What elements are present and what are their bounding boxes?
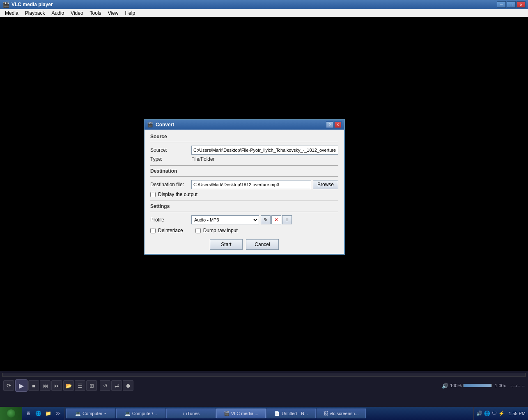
menubar: Media Playback Audio Video Tools View He…	[0, 9, 528, 17]
deinterlace-row: Deinterlace	[150, 228, 183, 233]
stop-button[interactable]: ■	[28, 380, 39, 391]
browse-button[interactable]: Browse	[313, 180, 338, 189]
source-section-title: Source	[150, 134, 338, 139]
taskbar-item-computer2[interactable]: 💻 Computer\...	[116, 409, 165, 418]
taskbar-item-itunes[interactable]: ♪ iTunes	[166, 409, 216, 418]
tray-icon-4: ⚡	[498, 411, 505, 416]
menu-view[interactable]: View	[105, 9, 122, 17]
play-button[interactable]: ▶	[15, 379, 28, 392]
profile-row: Profile Audio - MP3 Audio - FLAC Audio -…	[150, 215, 338, 224]
profile-label: Profile	[150, 217, 191, 223]
minimize-button[interactable]: ─	[497, 1, 506, 8]
dump-raw-row: Dump raw input	[195, 228, 238, 233]
start-button[interactable]	[0, 407, 22, 420]
profile-select[interactable]: Audio - MP3 Audio - FLAC Audio - OGG Vid…	[191, 215, 259, 224]
open-media-button[interactable]: 📂	[63, 380, 74, 391]
taskbar-item-screenshot[interactable]: 🖼 vlc screensh...	[317, 409, 366, 418]
vlc-title-icon: 🎬	[2, 1, 9, 8]
tray-icon-2: 🌐	[484, 411, 490, 416]
profile-delete-button[interactable]: ✕	[271, 215, 281, 224]
taskbar-item-label: iTunes	[186, 411, 200, 416]
dialog-action-buttons: Start Cancel	[150, 239, 338, 250]
destination-file-input[interactable]	[191, 180, 311, 189]
system-tray: 🔊 🌐 🛡 ⚡ 1:55 PM	[473, 407, 528, 420]
taskbar-item-icon: 💻	[75, 411, 81, 416]
taskbar-item-icon: 💻	[125, 411, 131, 416]
display-output-checkbox[interactable]	[150, 192, 156, 197]
taskbar-items: 💻 Computer ~ 💻 Computer\... ♪ iTunes 🎬 V…	[64, 409, 473, 418]
controls-group-1: ⟳	[3, 380, 14, 391]
type-value: File/Folder	[191, 156, 215, 162]
dialog-help-button[interactable]: ?	[326, 121, 333, 128]
taskbar: 🖥 🌐 📁 ≫ 💻 Computer ~ 💻 Computer\... ♪ iT…	[0, 407, 528, 420]
settings-checkboxes: Deinterlace Dump raw input	[150, 228, 338, 235]
clock: 1:55 PM	[506, 411, 526, 416]
dump-raw-label: Dump raw input	[203, 228, 238, 233]
dialog-window-controls: ? ✕	[326, 121, 342, 128]
taskbar-item-label: Untitled - N...	[282, 411, 308, 416]
ql-show-desktop[interactable]: 🖥	[24, 409, 33, 418]
extended-button[interactable]: ⊞	[86, 380, 97, 391]
vlc-title-text: VLC media player	[11, 2, 497, 7]
seek-bar[interactable]	[2, 373, 526, 377]
deinterlace-label: Deinterlace	[158, 228, 183, 233]
source-input[interactable]	[191, 146, 338, 155]
menu-media[interactable]: Media	[2, 9, 22, 17]
taskbar-item-label: VLC media ...	[231, 411, 259, 416]
deinterlace-checkbox[interactable]	[150, 228, 156, 233]
maximize-button[interactable]: □	[507, 1, 516, 8]
loop-button[interactable]: ⇄	[111, 380, 122, 391]
windows-orb	[7, 409, 15, 418]
close-button[interactable]: ✕	[517, 1, 526, 8]
profile-new-button[interactable]: ≡	[282, 215, 292, 224]
dialog-close-button[interactable]: ✕	[334, 121, 342, 128]
dialog-titlebar: 🎬 Convert ? ✕	[145, 120, 344, 130]
prev-button[interactable]: ⏮	[40, 380, 51, 391]
source-divider	[150, 142, 338, 142]
profile-edit-button[interactable]: ✎	[261, 215, 271, 224]
record-button[interactable]: ⏺	[123, 380, 133, 391]
dialog-title-icon: 🎬	[147, 122, 153, 128]
settings-divider	[150, 212, 338, 212]
taskbar-item-notepad[interactable]: 📄 Untitled - N...	[266, 409, 316, 418]
vlc-titlebar: 🎬 VLC media player ─ □ ✕	[0, 0, 528, 9]
window-controls: ─ □ ✕	[497, 1, 526, 8]
convert-dialog: 🎬 Convert ? ✕ Source Source: Type: File/…	[144, 119, 345, 255]
ql-arrow[interactable]: ≫	[53, 409, 62, 418]
taskbar-item-computer1[interactable]: 💻 Computer ~	[66, 409, 115, 418]
cancel-button[interactable]: Cancel	[246, 239, 279, 250]
volume-percentage: 100%	[450, 383, 461, 388]
start-button[interactable]: Start	[210, 239, 243, 250]
dialog-title-text: Convert	[156, 122, 326, 128]
taskbar-item-vlc[interactable]: 🎬 VLC media ...	[216, 409, 266, 418]
menu-help[interactable]: Help	[122, 9, 138, 17]
controls-group-3: ↺ ⇄ ⏺	[100, 380, 133, 391]
playlist-button[interactable]: ☰	[75, 380, 85, 391]
taskbar-item-label: Computer ~	[83, 411, 106, 416]
next-button[interactable]: ⏭	[51, 380, 62, 391]
display-output-label: Display the output	[158, 192, 197, 197]
dump-raw-checkbox[interactable]	[195, 228, 201, 233]
destination-section-title: Destination	[150, 168, 338, 174]
destination-divider	[150, 176, 338, 177]
ql-browser[interactable]: 🌐	[34, 409, 43, 418]
settings-section-title: Settings	[150, 203, 338, 209]
tray-icon-3: 🛡	[492, 411, 497, 416]
repeat-button[interactable]: ↺	[100, 380, 110, 391]
random-button[interactable]: ⟳	[3, 380, 14, 391]
menu-audio[interactable]: Audio	[48, 9, 67, 17]
destination-file-row: Destination file: Browse	[150, 180, 338, 189]
type-label: Type:	[150, 156, 191, 162]
menu-tools[interactable]: Tools	[87, 9, 105, 17]
menu-video[interactable]: Video	[67, 9, 86, 17]
taskbar-item-icon: 🎬	[224, 411, 230, 416]
taskbar-item-icon: 🖼	[324, 411, 328, 416]
tray-icon-1: 🔊	[476, 411, 482, 416]
controls-group-2: 📂 ☰ ⊞	[63, 380, 97, 391]
taskbar-item-label: vlc screensh...	[330, 411, 358, 416]
profile-buttons: ✎ ✕ ≡	[261, 215, 292, 224]
ql-explorer[interactable]: 📁	[44, 409, 53, 418]
volume-slider[interactable]	[463, 384, 492, 387]
menu-playback[interactable]: Playback	[22, 9, 48, 17]
dialog-body: Source Source: Type: File/Folder Destina…	[145, 130, 344, 254]
